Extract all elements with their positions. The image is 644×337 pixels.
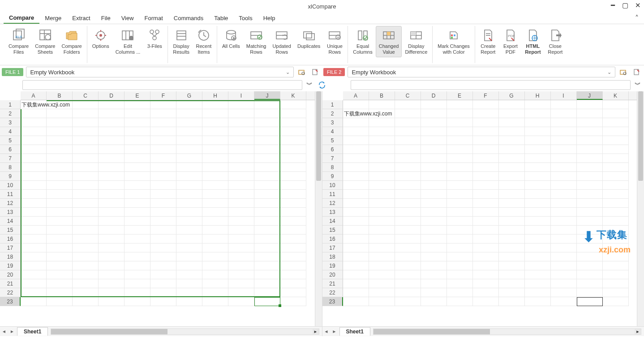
cell-H15[interactable] <box>525 226 551 235</box>
cell-E14[interactable] <box>447 217 473 226</box>
cell-A1[interactable] <box>343 100 369 109</box>
cell-I7[interactable] <box>228 154 254 163</box>
cell-B5[interactable] <box>47 136 73 145</box>
cell-H1[interactable] <box>525 100 551 109</box>
menu-compare[interactable]: Compare <box>4 13 39 24</box>
cell-E2[interactable] <box>125 109 150 118</box>
cell-C9[interactable] <box>395 172 421 181</box>
cell-C19[interactable] <box>395 261 421 270</box>
cell-J15[interactable] <box>577 226 603 235</box>
cell-G10[interactable] <box>499 181 525 190</box>
cell-A8[interactable] <box>21 163 47 172</box>
cell-K22[interactable] <box>603 288 629 297</box>
cell-E6[interactable] <box>447 145 473 154</box>
cell-H21[interactable] <box>525 279 551 288</box>
cell-G12[interactable] <box>499 199 525 208</box>
cell-E7[interactable] <box>125 154 150 163</box>
cell-C15[interactable] <box>395 226 421 235</box>
sheet-tab-2[interactable]: Sheet1 <box>339 327 370 336</box>
cell-D4[interactable] <box>99 127 125 136</box>
cell-H6[interactable] <box>202 145 228 154</box>
cell-D9[interactable] <box>421 172 447 181</box>
cell-K7[interactable] <box>603 154 629 163</box>
row-header-14[interactable]: 14 <box>322 217 343 226</box>
cell-J11[interactable] <box>254 190 280 199</box>
cell-C8[interactable] <box>395 163 421 172</box>
cell-D19[interactable] <box>99 261 125 270</box>
row-header-16[interactable]: 16 <box>322 235 343 243</box>
ribbon-three-files[interactable]: 3-Files <box>143 26 166 51</box>
cell-B18[interactable] <box>369 252 395 261</box>
cell-D22[interactable] <box>99 288 125 297</box>
cell-H9[interactable] <box>202 172 228 181</box>
cell-K1[interactable] <box>280 100 306 109</box>
cell-H2[interactable] <box>202 109 228 118</box>
cell-C2[interactable] <box>395 109 421 118</box>
cell-K5[interactable] <box>603 136 629 145</box>
cell-E3[interactable] <box>125 118 150 127</box>
col-header-J[interactable]: J <box>577 91 603 100</box>
file1-browse-icon[interactable] <box>296 67 307 77</box>
row-header-13[interactable]: 13 <box>0 208 21 217</box>
cell-B11[interactable] <box>369 190 395 199</box>
row-header-20[interactable]: 20 <box>0 270 21 279</box>
file1-edit-icon[interactable] <box>310 67 321 77</box>
cell-J8[interactable] <box>254 163 280 172</box>
cell-A3[interactable] <box>343 118 369 127</box>
cell-K1[interactable] <box>603 100 629 109</box>
cell-I18[interactable] <box>551 252 577 261</box>
cell-D3[interactable] <box>99 118 125 127</box>
cell-K17[interactable] <box>280 243 306 252</box>
cell-C23[interactable] <box>73 297 99 306</box>
cell-B18[interactable] <box>47 252 73 261</box>
cell-G4[interactable] <box>176 127 202 136</box>
cell-F15[interactable] <box>473 226 499 235</box>
vscrollbar-2[interactable] <box>637 91 644 326</box>
cell-I15[interactable] <box>228 226 254 235</box>
row-header-19[interactable]: 19 <box>322 261 343 270</box>
ribbon-mark-changes[interactable]: Mark Changes with Color <box>434 26 473 57</box>
cell-E16[interactable] <box>447 235 473 243</box>
cell-G22[interactable] <box>499 288 525 297</box>
ribbon-display-difference[interactable]: Display Difference <box>402 26 430 57</box>
cell-F16[interactable] <box>150 235 176 243</box>
cell-D1[interactable] <box>421 100 447 109</box>
file1-dropdown[interactable]: Empty Workbook ⌄ <box>26 67 294 77</box>
nav-next-icon[interactable]: ► <box>8 329 16 334</box>
col-header-G[interactable]: G <box>499 91 525 100</box>
cell-B1[interactable] <box>369 100 395 109</box>
row-header-18[interactable]: 18 <box>0 252 21 261</box>
cell-D13[interactable] <box>99 208 125 217</box>
cell-C15[interactable] <box>73 226 99 235</box>
cell-A4[interactable] <box>343 127 369 136</box>
cell-K17[interactable] <box>603 243 629 252</box>
cell-B16[interactable] <box>369 235 395 243</box>
formula-input-1[interactable] <box>22 80 302 90</box>
cell-I1[interactable] <box>551 100 577 109</box>
cell-C3[interactable] <box>395 118 421 127</box>
cell-H14[interactable] <box>525 217 551 226</box>
cell-F4[interactable] <box>473 127 499 136</box>
cell-K8[interactable] <box>603 163 629 172</box>
cell-C23[interactable] <box>395 297 421 306</box>
ribbon-updated-rows[interactable]: Updated Rows <box>269 26 294 57</box>
cell-D14[interactable] <box>421 217 447 226</box>
cell-G9[interactable] <box>499 172 525 181</box>
cell-D8[interactable] <box>99 163 125 172</box>
cell-J10[interactable] <box>577 181 603 190</box>
cell-D20[interactable] <box>421 270 447 279</box>
cell-C22[interactable] <box>395 288 421 297</box>
cell-H12[interactable] <box>525 199 551 208</box>
cell-K10[interactable] <box>280 181 306 190</box>
cell-J5[interactable] <box>577 136 603 145</box>
cell-B4[interactable] <box>369 127 395 136</box>
cell-I21[interactable] <box>551 279 577 288</box>
cell-G11[interactable] <box>499 190 525 199</box>
cell-B15[interactable] <box>369 226 395 235</box>
cell-H7[interactable] <box>525 154 551 163</box>
cell-I4[interactable] <box>551 127 577 136</box>
cell-F17[interactable] <box>150 243 176 252</box>
cell-D11[interactable] <box>421 190 447 199</box>
cell-A15[interactable] <box>21 226 47 235</box>
cell-D2[interactable] <box>99 109 125 118</box>
